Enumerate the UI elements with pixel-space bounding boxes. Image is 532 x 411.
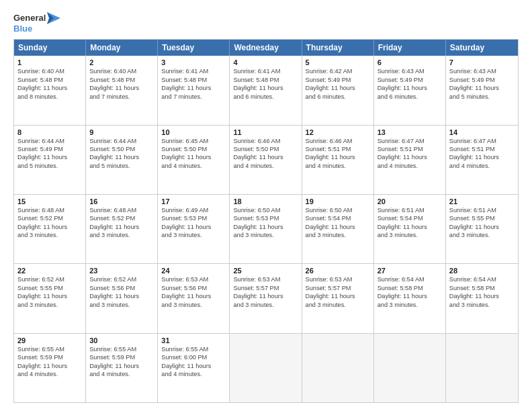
day-info: Sunrise: 6:53 AMSunset: 5:56 PMDaylight:… bbox=[161, 275, 226, 309]
day-info: Sunrise: 6:40 AMSunset: 5:48 PMDaylight:… bbox=[89, 67, 154, 101]
header-day-wednesday: Wednesday bbox=[230, 40, 302, 56]
day-cell-15: 15Sunrise: 6:48 AMSunset: 5:52 PMDayligh… bbox=[14, 195, 86, 263]
logo-blue: Blue bbox=[13, 24, 60, 34]
week-row-4: 22Sunrise: 6:52 AMSunset: 5:55 PMDayligh… bbox=[14, 264, 518, 333]
day-info: Sunrise: 6:52 AMSunset: 5:55 PMDaylight:… bbox=[17, 275, 82, 309]
logo-arrow-icon bbox=[47, 12, 60, 24]
logo-container: General Blue bbox=[13, 12, 60, 34]
day-number: 22 bbox=[17, 267, 82, 275]
week-row-5: 29Sunrise: 6:55 AMSunset: 5:59 PMDayligh… bbox=[14, 334, 518, 402]
day-info: Sunrise: 6:51 AMSunset: 5:54 PMDaylight:… bbox=[378, 206, 442, 240]
header-day-thursday: Thursday bbox=[302, 40, 374, 56]
day-number: 15 bbox=[17, 197, 82, 205]
day-info: Sunrise: 6:42 AMSunset: 5:49 PMDaylight:… bbox=[306, 67, 370, 101]
page: General Blue SundayMondayTuesdayWednesda… bbox=[0, 0, 532, 411]
week-row-1: 1Sunrise: 6:40 AMSunset: 5:48 PMDaylight… bbox=[14, 56, 518, 125]
day-info: Sunrise: 6:50 AMSunset: 5:53 PMDaylight:… bbox=[233, 206, 298, 240]
day-number: 28 bbox=[449, 267, 515, 275]
day-cell-3: 3Sunrise: 6:41 AMSunset: 5:48 PMDaylight… bbox=[158, 56, 230, 124]
day-info: Sunrise: 6:41 AMSunset: 5:48 PMDaylight:… bbox=[233, 67, 298, 101]
day-info: Sunrise: 6:44 AMSunset: 5:50 PMDaylight:… bbox=[89, 137, 154, 171]
day-number: 24 bbox=[161, 267, 226, 275]
logo-general: General bbox=[13, 13, 46, 23]
day-cell-11: 11Sunrise: 6:46 AMSunset: 5:50 PMDayligh… bbox=[230, 126, 302, 194]
header-day-sunday: Sunday bbox=[14, 40, 86, 56]
day-cell-24: 24Sunrise: 6:53 AMSunset: 5:56 PMDayligh… bbox=[158, 264, 230, 332]
day-info: Sunrise: 6:53 AMSunset: 5:57 PMDaylight:… bbox=[233, 275, 298, 309]
day-cell-28: 28Sunrise: 6:54 AMSunset: 5:58 PMDayligh… bbox=[446, 264, 518, 332]
day-cell-10: 10Sunrise: 6:45 AMSunset: 5:50 PMDayligh… bbox=[158, 126, 230, 194]
day-cell-22: 22Sunrise: 6:52 AMSunset: 5:55 PMDayligh… bbox=[14, 264, 86, 332]
header-day-monday: Monday bbox=[86, 40, 158, 56]
day-number: 26 bbox=[306, 267, 370, 275]
day-cell-23: 23Sunrise: 6:52 AMSunset: 5:56 PMDayligh… bbox=[86, 264, 158, 332]
day-cell-19: 19Sunrise: 6:50 AMSunset: 5:54 PMDayligh… bbox=[302, 195, 374, 263]
day-number: 5 bbox=[306, 58, 370, 66]
header-day-saturday: Saturday bbox=[446, 40, 518, 56]
header-day-tuesday: Tuesday bbox=[158, 40, 230, 56]
empty-cell bbox=[230, 334, 302, 402]
day-number: 3 bbox=[161, 58, 226, 66]
day-number: 6 bbox=[378, 58, 442, 66]
day-info: Sunrise: 6:44 AMSunset: 5:49 PMDaylight:… bbox=[17, 137, 82, 171]
day-info: Sunrise: 6:48 AMSunset: 5:52 PMDaylight:… bbox=[17, 206, 82, 240]
day-number: 9 bbox=[89, 128, 154, 136]
day-cell-26: 26Sunrise: 6:53 AMSunset: 5:57 PMDayligh… bbox=[302, 264, 374, 332]
day-cell-30: 30Sunrise: 6:55 AMSunset: 5:59 PMDayligh… bbox=[86, 334, 158, 402]
day-number: 18 bbox=[233, 197, 298, 205]
logo: General Blue bbox=[13, 12, 60, 34]
calendar-header: SundayMondayTuesdayWednesdayThursdayFrid… bbox=[14, 40, 518, 56]
day-cell-20: 20Sunrise: 6:51 AMSunset: 5:54 PMDayligh… bbox=[374, 195, 446, 263]
day-cell-12: 12Sunrise: 6:46 AMSunset: 5:51 PMDayligh… bbox=[302, 126, 374, 194]
day-info: Sunrise: 6:47 AMSunset: 5:51 PMDaylight:… bbox=[449, 137, 515, 171]
day-number: 12 bbox=[306, 128, 370, 136]
day-number: 2 bbox=[89, 58, 154, 66]
day-cell-2: 2Sunrise: 6:40 AMSunset: 5:48 PMDaylight… bbox=[86, 56, 158, 124]
day-number: 21 bbox=[449, 197, 515, 205]
day-cell-27: 27Sunrise: 6:54 AMSunset: 5:58 PMDayligh… bbox=[374, 264, 446, 332]
day-cell-18: 18Sunrise: 6:50 AMSunset: 5:53 PMDayligh… bbox=[230, 195, 302, 263]
day-info: Sunrise: 6:47 AMSunset: 5:51 PMDaylight:… bbox=[378, 137, 442, 171]
header: General Blue bbox=[13, 12, 519, 34]
day-info: Sunrise: 6:50 AMSunset: 5:54 PMDaylight:… bbox=[306, 206, 370, 240]
day-info: Sunrise: 6:49 AMSunset: 5:53 PMDaylight:… bbox=[161, 206, 226, 240]
day-number: 11 bbox=[233, 128, 298, 136]
week-row-3: 15Sunrise: 6:48 AMSunset: 5:52 PMDayligh… bbox=[14, 195, 518, 264]
day-cell-1: 1Sunrise: 6:40 AMSunset: 5:48 PMDaylight… bbox=[14, 56, 86, 124]
day-number: 23 bbox=[89, 267, 154, 275]
day-cell-17: 17Sunrise: 6:49 AMSunset: 5:53 PMDayligh… bbox=[158, 195, 230, 263]
day-cell-31: 31Sunrise: 6:55 AMSunset: 6:00 PMDayligh… bbox=[158, 334, 230, 402]
day-info: Sunrise: 6:46 AMSunset: 5:51 PMDaylight:… bbox=[306, 137, 370, 171]
day-cell-13: 13Sunrise: 6:47 AMSunset: 5:51 PMDayligh… bbox=[374, 126, 446, 194]
day-info: Sunrise: 6:55 AMSunset: 6:00 PMDaylight:… bbox=[161, 345, 226, 379]
day-info: Sunrise: 6:53 AMSunset: 5:57 PMDaylight:… bbox=[306, 275, 370, 309]
day-cell-25: 25Sunrise: 6:53 AMSunset: 5:57 PMDayligh… bbox=[230, 264, 302, 332]
day-info: Sunrise: 6:51 AMSunset: 5:55 PMDaylight:… bbox=[449, 206, 515, 240]
day-info: Sunrise: 6:54 AMSunset: 5:58 PMDaylight:… bbox=[378, 275, 442, 309]
empty-cell bbox=[374, 334, 446, 402]
day-number: 16 bbox=[89, 197, 154, 205]
week-row-2: 8Sunrise: 6:44 AMSunset: 5:49 PMDaylight… bbox=[14, 126, 518, 195]
day-cell-21: 21Sunrise: 6:51 AMSunset: 5:55 PMDayligh… bbox=[446, 195, 518, 263]
day-number: 27 bbox=[378, 267, 442, 275]
day-number: 14 bbox=[449, 128, 515, 136]
calendar-body: 1Sunrise: 6:40 AMSunset: 5:48 PMDaylight… bbox=[14, 56, 518, 402]
header-day-friday: Friday bbox=[374, 40, 446, 56]
empty-cell bbox=[446, 334, 518, 402]
day-number: 10 bbox=[161, 128, 226, 136]
day-number: 20 bbox=[378, 197, 442, 205]
day-info: Sunrise: 6:52 AMSunset: 5:56 PMDaylight:… bbox=[89, 275, 154, 309]
day-cell-8: 8Sunrise: 6:44 AMSunset: 5:49 PMDaylight… bbox=[14, 126, 86, 194]
day-info: Sunrise: 6:41 AMSunset: 5:48 PMDaylight:… bbox=[161, 67, 226, 101]
day-cell-4: 4Sunrise: 6:41 AMSunset: 5:48 PMDaylight… bbox=[230, 56, 302, 124]
day-info: Sunrise: 6:55 AMSunset: 5:59 PMDaylight:… bbox=[89, 345, 154, 379]
day-number: 30 bbox=[89, 336, 154, 345]
day-info: Sunrise: 6:48 AMSunset: 5:52 PMDaylight:… bbox=[89, 206, 154, 240]
day-number: 4 bbox=[233, 58, 298, 66]
day-cell-14: 14Sunrise: 6:47 AMSunset: 5:51 PMDayligh… bbox=[446, 126, 518, 194]
day-number: 1 bbox=[17, 58, 82, 66]
day-info: Sunrise: 6:45 AMSunset: 5:50 PMDaylight:… bbox=[161, 137, 226, 171]
day-number: 17 bbox=[161, 197, 226, 205]
day-number: 7 bbox=[449, 58, 515, 66]
day-number: 25 bbox=[233, 267, 298, 275]
